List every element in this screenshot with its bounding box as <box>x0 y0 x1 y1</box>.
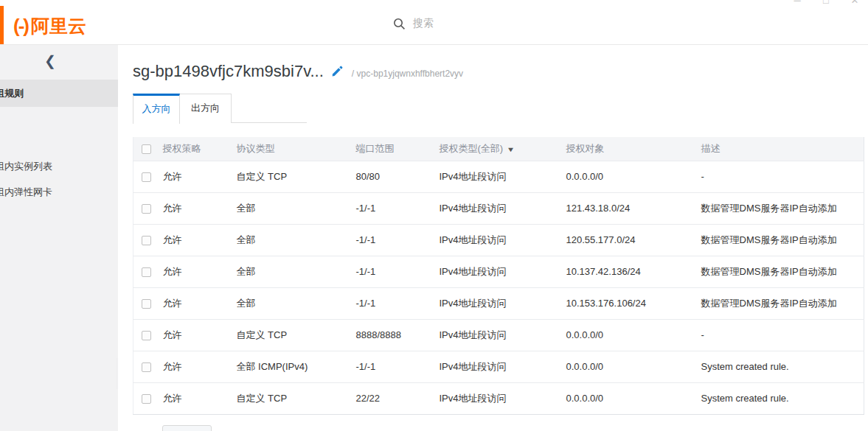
row-checkbox[interactable] <box>142 236 151 245</box>
search-placeholder: 搜索 <box>413 17 434 30</box>
cell-protocol: 全部 <box>237 287 355 319</box>
table-row: 允许 全部 -1/-1 IPv4地址段访问 120.55.177.0/24 数据… <box>133 224 864 256</box>
cell-port-range: -1/-1 <box>355 287 440 319</box>
cell-auth-type: IPv4地址段访问 <box>440 161 565 192</box>
cell-auth-type: IPv4地址段访问 <box>440 224 565 256</box>
maximize-icon[interactable]: □ <box>822 0 830 6</box>
auth-type-filter-label: 授权类型(全部) <box>440 143 504 154</box>
cell-protocol: 自定义 TCP <box>237 319 355 351</box>
cell-description: 数据管理DMS服务器IP自动添加 <box>701 287 864 319</box>
row-checkbox[interactable] <box>142 204 151 214</box>
global-search[interactable]: 搜索 <box>393 17 434 30</box>
breadcrumb-separator: / <box>352 69 354 79</box>
sidebar-item-group-instances[interactable]: 组内实例列表 <box>0 155 118 178</box>
col-header-description: 描述 <box>701 137 864 161</box>
col-header-target: 授权对象 <box>565 137 701 161</box>
row-checkbox[interactable] <box>142 172 151 182</box>
table-header-row: 授权策略 协议类型 端口范围 授权类型(全部)▼ 授权对象 描述 <box>133 137 864 161</box>
table-row: 允许 全部 ICMP(IPv4) -1/-1 IPv4地址段访问 0.0.0.0… <box>133 351 864 382</box>
select-all-checkbox[interactable] <box>142 144 151 154</box>
cell-auth-type: IPv4地址段访问 <box>440 319 565 351</box>
cell-target: 0.0.0.0/0 <box>565 382 701 414</box>
sidebar-item-group-rules[interactable]: 组规则 <box>0 80 118 107</box>
search-icon <box>393 18 406 30</box>
cell-policy: 允许 <box>163 161 237 192</box>
sidebar: ❮ 组规则 组内实例列表 组内弹性网卡 <box>0 45 118 431</box>
cell-port-range: -1/-1 <box>355 351 440 382</box>
cell-auth-type: IPv4地址段访问 <box>440 351 565 382</box>
cell-description: 数据管理DMS服务器IP自动添加 <box>701 192 864 224</box>
navbar-accent-strip <box>0 6 4 44</box>
cell-target: 121.43.18.0/24 <box>565 192 701 224</box>
cell-protocol: 全部 <box>237 256 355 287</box>
cell-target: 10.137.42.136/24 <box>565 256 701 287</box>
col-header-policy: 授权策略 <box>163 137 237 161</box>
row-checkbox[interactable] <box>142 331 151 340</box>
cell-protocol: 全部 <box>237 224 355 256</box>
sidebar-item-label: 组内弹性网卡 <box>0 186 52 197</box>
table-row: 允许 全部 -1/-1 IPv4地址段访问 10.137.42.136/24 数… <box>133 256 864 287</box>
sidebar-item-label: 组内实例列表 <box>0 161 52 172</box>
cell-policy: 允许 <box>163 224 237 256</box>
page-header: sg-bp1498vfjc7km9sbi7v... / vpc-bp1yjqwn… <box>133 62 463 81</box>
aliyun-logo-text: 阿里云 <box>31 14 86 38</box>
cell-target: 10.153.176.106/24 <box>565 287 701 319</box>
rules-table-body: 允许 自定义 TCP 80/80 IPv4地址段访问 0.0.0.0/0 - 允… <box>133 161 864 414</box>
col-header-protocol: 协议类型 <box>237 137 355 161</box>
close-icon[interactable]: ✕ <box>850 0 859 6</box>
cell-port-range: 80/80 <box>355 161 440 192</box>
cell-port-range: 22/22 <box>355 382 440 414</box>
cell-description: 数据管理DMS服务器IP自动添加 <box>701 256 864 287</box>
main-content: sg-bp1498vfjc7km9sbi7v... / vpc-bp1yjqwn… <box>118 45 868 431</box>
row-checkbox[interactable] <box>142 267 151 277</box>
row-checkbox[interactable] <box>142 394 151 404</box>
security-rules-table: 授权策略 协议类型 端口范围 授权类型(全部)▼ 授权对象 描述 允许 自定义 … <box>133 137 864 415</box>
direction-tabs: 入方向 出方向 <box>133 94 307 123</box>
cell-port-range: 8888/8888 <box>355 319 440 351</box>
cell-description: - <box>701 161 864 192</box>
cell-description: - <box>701 319 864 351</box>
cell-description: System created rule. <box>701 351 864 382</box>
row-checkbox[interactable] <box>142 299 151 309</box>
aliyun-logo-mark: (-) <box>13 15 28 38</box>
col-header-port-range: 端口范围 <box>355 137 440 161</box>
cell-auth-type: IPv4地址段访问 <box>440 192 565 224</box>
cell-policy: 允许 <box>163 192 237 224</box>
cell-port-range: -1/-1 <box>355 256 440 287</box>
cell-target: 0.0.0.0/0 <box>565 319 701 351</box>
cell-port-range: -1/-1 <box>355 192 440 224</box>
cell-protocol: 全部 <box>237 192 355 224</box>
cell-policy: 允许 <box>163 319 237 351</box>
cell-port-range: -1/-1 <box>355 224 440 256</box>
chevron-down-icon[interactable]: ▼ <box>507 146 515 153</box>
col-header-auth-type[interactable]: 授权类型(全部)▼ <box>440 137 565 161</box>
sidebar-item-group-enis[interactable]: 组内弹性网卡 <box>0 181 118 203</box>
page-title: sg-bp1498vfjc7km9sbi7v... <box>133 62 324 81</box>
aliyun-logo[interactable]: (-) 阿里云 <box>13 14 86 38</box>
cell-protocol: 自定义 TCP <box>237 382 355 414</box>
cell-auth-type: IPv4地址段访问 <box>440 382 565 414</box>
tab-inbound[interactable]: 入方向 <box>133 94 180 124</box>
app-window: ─ □ ✕ (-) 阿里云 搜索 S 中 °, ☺ <box>0 0 868 431</box>
cell-target: 0.0.0.0/0 <box>565 351 701 382</box>
row-checkbox[interactable] <box>142 362 151 372</box>
cell-protocol: 全部 ICMP(IPv4) <box>237 351 355 382</box>
bottom-action-button[interactable] <box>162 425 212 431</box>
table-row: 允许 自定义 TCP 80/80 IPv4地址段访问 0.0.0.0/0 - <box>133 161 864 192</box>
top-navbar: (-) 阿里云 搜索 <box>0 6 868 45</box>
cell-auth-type: IPv4地址段访问 <box>440 256 565 287</box>
cell-policy: 允许 <box>163 351 237 382</box>
breadcrumb[interactable]: / vpc-bp1yjqwnxhffbhert2vyv <box>352 64 463 79</box>
cell-description: System created rule. <box>701 382 864 414</box>
edit-pencil-icon[interactable] <box>331 66 343 77</box>
cell-description: 数据管理DMS服务器IP自动添加 <box>701 224 864 256</box>
cell-target: 120.55.177.0/24 <box>565 224 701 256</box>
sidebar-collapse-icon[interactable]: ❮ <box>41 52 59 70</box>
tab-outbound[interactable]: 出方向 <box>180 94 232 123</box>
cell-policy: 允许 <box>163 382 237 414</box>
minimize-icon[interactable]: ─ <box>793 0 802 6</box>
table-row: 允许 全部 -1/-1 IPv4地址段访问 121.43.18.0/24 数据管… <box>133 192 864 224</box>
table-row: 允许 自定义 TCP 8888/8888 IPv4地址段访问 0.0.0.0/0… <box>133 319 864 351</box>
breadcrumb-vpc-link[interactable]: vpc-bp1yjqwnxhffbhert2vyv <box>357 69 464 79</box>
cell-auth-type: IPv4地址段访问 <box>440 287 565 319</box>
